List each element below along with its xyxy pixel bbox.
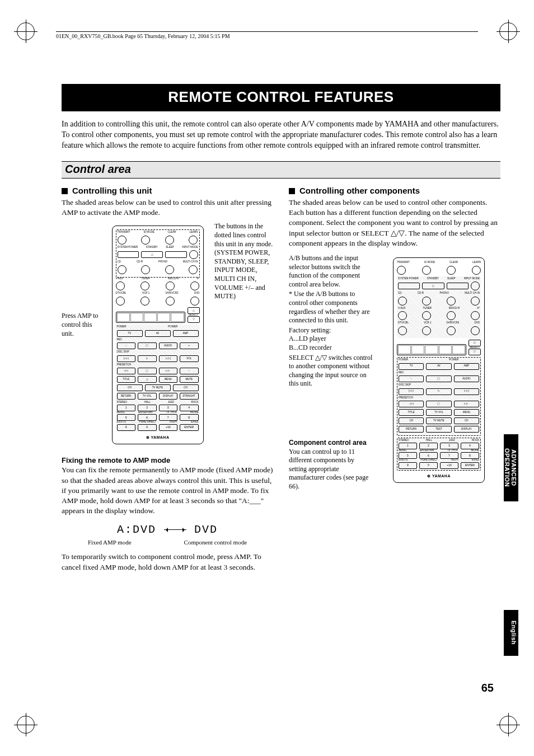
registration-mark	[17, 716, 35, 734]
right-subhead: Controlling other components	[289, 185, 500, 196]
registration-mark	[499, 22, 517, 40]
runhead-text: 01EN_00_RXV750_GB.book Page 65 Thursday,…	[56, 33, 230, 39]
fix-amp-p1: You can fix the remote permanently to AM…	[62, 465, 273, 516]
intro-paragraph: In addition to controlling this unit, th…	[62, 119, 500, 151]
lcd-caption-left: Fixed AMP mode	[88, 538, 132, 547]
left-para: The shaded areas below can be used to co…	[62, 198, 273, 218]
remote-diagram-left: TRANSMITID MODECLEARLEARN SYSTEM POWERST…	[112, 226, 204, 444]
brand-logo: ⊕ YAMAHA	[397, 474, 481, 478]
bullet-square-icon	[62, 188, 68, 194]
remote-diagram-right: TRANSMITID MODECLEARLEARN SYSTEM POWERST…	[393, 257, 485, 483]
bullet-square-icon	[289, 188, 295, 194]
lcd-caption-right: Component control mode	[184, 538, 247, 547]
running-header: 01EN_00_RXV750_GB.book Page 65 Thursday,…	[56, 31, 478, 39]
double-arrow-icon	[164, 529, 186, 530]
brand-logo: ⊕ YAMAHA	[116, 435, 200, 439]
right-annotations: A/B buttons and the input selector butto…	[289, 254, 373, 491]
registration-mark	[499, 716, 517, 734]
annot-press-amp: Press AMP to control this unit.	[62, 312, 101, 338]
left-subhead: Controlling this unit	[62, 185, 273, 196]
fix-amp-p2: To temporarily switch to component contr…	[62, 552, 273, 572]
fix-amp-heading: Fixing the remote to AMP mode	[62, 456, 273, 466]
lcd-component: DVD	[194, 522, 218, 537]
annot-dotted-buttons: The buttons in the dotted lines control …	[214, 222, 273, 300]
component-area-body: You can control up to 11 different compo…	[289, 448, 373, 491]
page-title: REMOTE CONTROL FEATURES	[62, 84, 500, 111]
component-area-head: Component control area	[289, 439, 373, 448]
right-column: Controlling other components The shaded …	[289, 185, 500, 572]
side-tab-english: English	[504, 610, 518, 656]
left-column: Controlling this unit The shaded areas b…	[62, 185, 273, 572]
right-para: The shaded areas below can be used to co…	[289, 198, 500, 248]
registration-mark	[17, 22, 35, 40]
side-tab-advanced: ADVANCED OPERATION	[504, 434, 518, 501]
page-number: 65	[481, 682, 494, 694]
lcd-fixed: A:DVD	[117, 522, 156, 537]
section-heading: Control area	[62, 161, 500, 179]
